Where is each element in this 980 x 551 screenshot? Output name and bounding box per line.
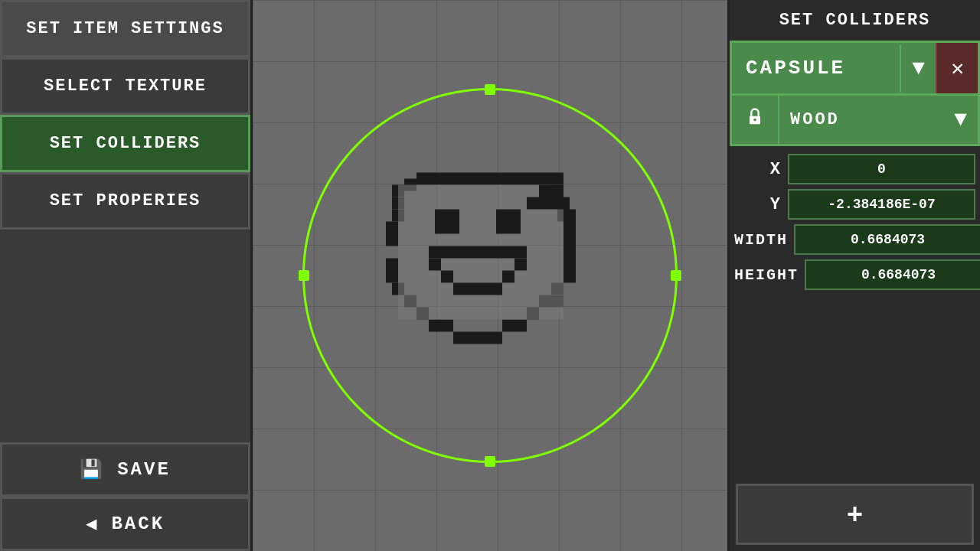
collider-type-row: CAPSULE ▼ ✕: [730, 41, 980, 96]
svg-rect-30: [502, 271, 514, 283]
svg-rect-14: [453, 332, 478, 344]
handle-left[interactable]: [299, 270, 309, 281]
add-collider-button[interactable]: +: [736, 484, 974, 545]
height-label: HEIGHT: [734, 266, 799, 284]
svg-rect-24: [435, 210, 459, 234]
svg-point-36: [753, 119, 756, 122]
collider-type-label: CAPSULE: [732, 44, 900, 92]
height-prop-row: HEIGHT: [734, 259, 975, 290]
svg-rect-3: [466, 173, 478, 185]
properties-grid: X Y WIDTH HEIGHT: [730, 146, 980, 298]
back-button[interactable]: ◀ BACK: [0, 497, 250, 551]
svg-rect-19: [386, 259, 398, 283]
nav-set-item-settings[interactable]: SET ITEM SETTINGS: [0, 0, 250, 57]
save-button[interactable]: 💾 SAVE: [0, 442, 250, 497]
canvas-content: [253, 0, 727, 551]
svg-rect-2: [416, 173, 466, 185]
x-input[interactable]: [788, 154, 975, 184]
svg-rect-27: [441, 271, 453, 283]
svg-rect-32: [429, 246, 527, 259]
lock-icon: [744, 114, 766, 133]
svg-rect-26: [429, 259, 441, 271]
svg-rect-5: [539, 173, 564, 185]
material-dropdown-button[interactable]: ▼: [943, 97, 978, 142]
width-input[interactable]: [794, 224, 980, 255]
svg-rect-15: [429, 320, 453, 332]
svg-rect-13: [478, 332, 502, 344]
right-spacer: [730, 298, 980, 478]
left-sidebar: SET ITEM SETTINGS SELECT TEXTURE SET COL…: [0, 0, 253, 551]
svg-rect-8: [564, 210, 576, 283]
lock-icon-box: [732, 96, 779, 144]
x-prop-row: X: [734, 154, 975, 184]
y-label: Y: [734, 195, 782, 214]
y-prop-row: Y: [734, 189, 975, 220]
sidebar-spacer: [0, 230, 250, 442]
collider-close-button[interactable]: ✕: [936, 43, 978, 93]
back-label: BACK: [111, 514, 165, 534]
svg-rect-12: [502, 320, 527, 332]
back-icon: ◀: [86, 513, 99, 535]
width-prop-row: WIDTH: [734, 224, 975, 255]
x-label: X: [734, 160, 782, 179]
bottom-buttons: 💾 SAVE ◀ BACK: [0, 442, 250, 551]
save-icon: 💾: [80, 458, 105, 481]
smiley-sprite: [368, 159, 612, 393]
nav-set-properties[interactable]: SET PROPERIES: [0, 172, 250, 230]
collider-dropdown-button[interactable]: ▼: [900, 44, 936, 93]
svg-rect-25: [496, 210, 521, 234]
main-canvas[interactable]: [253, 0, 727, 551]
handle-right[interactable]: [671, 270, 681, 281]
svg-rect-31: [514, 259, 527, 271]
y-input[interactable]: [788, 189, 975, 220]
height-input[interactable]: [805, 259, 980, 290]
smiley-svg: [368, 159, 612, 389]
material-row: WOOD ▼: [730, 96, 980, 146]
nav-set-colliders[interactable]: SET COLLIDERS: [0, 115, 250, 172]
panel-title: SET COLLIDERS: [730, 0, 980, 41]
material-label: WOOD: [779, 99, 943, 140]
svg-rect-20: [386, 222, 398, 246]
save-label: SAVE: [117, 459, 171, 480]
svg-rect-33: [539, 185, 564, 210]
svg-rect-29: [466, 283, 502, 295]
nav-select-texture[interactable]: SELECT TEXTURE: [0, 57, 250, 115]
right-panel: SET COLLIDERS CAPSULE ▼ ✕ WOOD ▼ X Y: [727, 0, 980, 551]
width-label: WIDTH: [734, 231, 788, 249]
handle-bottom[interactable]: [485, 456, 495, 467]
add-btn-row: +: [730, 478, 980, 551]
svg-rect-34: [527, 197, 539, 210]
handle-top[interactable]: [485, 84, 495, 95]
svg-rect-28: [453, 283, 466, 295]
svg-rect-4: [478, 173, 539, 185]
